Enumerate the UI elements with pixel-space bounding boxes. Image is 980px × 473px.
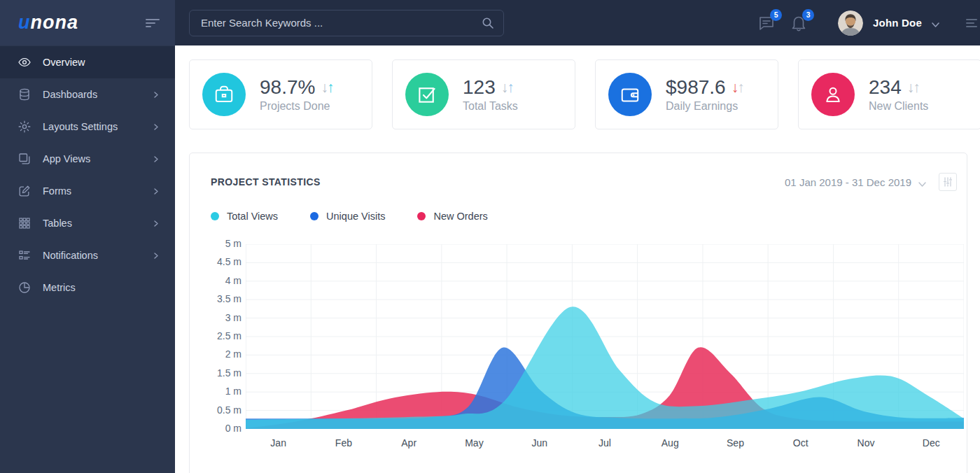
sidebar-item-label: Notifications: [43, 250, 153, 261]
stat-label: Total Tasks: [463, 100, 518, 113]
legend-dot: [310, 212, 318, 220]
chart-area: 5 m4.5 m4 m3.5 m3 m2.5 m2 m1.5 m1 m0.5 m…: [211, 244, 964, 429]
eye-icon: [18, 56, 31, 69]
gear-icon: [18, 120, 31, 133]
legend-item-unique-visits[interactable]: Unique Visits: [310, 211, 385, 222]
trend-arrows: ↓↑: [907, 79, 919, 96]
trend-up-arrow: ↑: [327, 79, 333, 95]
stat-value: 98.7%: [260, 76, 315, 99]
project-statistics-panel: PROJECT STATISTICS 01 Jan 2019 - 31 Dec …: [189, 153, 967, 473]
legend-dot: [417, 212, 426, 220]
x-axis-tick: Jan: [246, 437, 311, 449]
y-axis-tick: 3.5 m: [217, 293, 241, 304]
database-icon: [18, 88, 31, 101]
trend-down-arrow: ↓: [501, 79, 507, 95]
stat-value: $987.6: [666, 76, 726, 99]
chevron-down-icon: [932, 19, 939, 27]
user-menu[interactable]: John Doe: [838, 10, 939, 36]
stat-label: New Clients: [869, 100, 928, 113]
right-edge-menu-icon[interactable]: [966, 19, 980, 27]
y-axis-tick: 4.5 m: [217, 256, 241, 267]
sidebar-header: unona: [0, 0, 175, 45]
app-root: unona OverviewDashboardsLayouts Settings…: [0, 0, 980, 473]
x-axis-tick: Nov: [833, 437, 898, 449]
layers-icon: [18, 153, 31, 165]
y-axis-tick: 5 m: [225, 238, 241, 249]
user-name: John Doe: [873, 17, 922, 29]
date-range-selector[interactable]: 01 Jan 2019 - 31 Dec 2019: [785, 176, 926, 188]
trend-arrows: ↓↑: [501, 79, 513, 96]
chevron-right-icon: [153, 156, 160, 162]
trend-down-arrow: ↓: [732, 79, 738, 95]
chevron-right-icon: [153, 188, 160, 195]
stat-card-total-tasks: 123↓↑Total Tasks: [392, 59, 575, 129]
y-axis-tick: 1.5 m: [217, 367, 241, 379]
sidebar-item-label: Dashboards: [43, 89, 153, 100]
sidebar-item-label: Layouts Settings: [43, 121, 153, 132]
edit-icon: [18, 185, 31, 197]
chart-settings-button[interactable]: [939, 173, 957, 191]
sidebar-item-tables[interactable]: Tables: [0, 207, 175, 239]
chevron-right-icon: [153, 253, 160, 259]
stat-value: 123: [463, 76, 496, 99]
date-range-label: 01 Jan 2019 - 31 Dec 2019: [785, 176, 911, 188]
notifications-button[interactable]: 3: [790, 15, 807, 31]
y-axis-tick: 2.5 m: [217, 330, 241, 341]
chevron-down-icon: [918, 178, 926, 186]
sidebar-item-app-views[interactable]: App Views: [0, 143, 175, 175]
y-axis-tick: 0 m: [225, 423, 241, 434]
sidebar-item-label: Tables: [43, 218, 153, 229]
stat-card-projects-done: 98.7%↓↑Projects Done: [189, 59, 372, 129]
topbar-actions: 5 3 Jo: [758, 10, 980, 36]
x-axis-tick: Sep: [703, 437, 768, 449]
brand-logo-u: u: [18, 12, 31, 33]
sidebar-toggle-icon[interactable]: [146, 19, 160, 27]
briefcase-icon: [202, 73, 246, 116]
trend-arrows: ↓↑: [732, 79, 743, 96]
sidebar-item-metrics[interactable]: Metrics: [0, 271, 175, 304]
y-axis-tick: 3 m: [225, 312, 241, 323]
trend-arrows: ↓↑: [321, 79, 332, 96]
x-axis-tick: Jun: [507, 437, 572, 449]
notifications-badge: 3: [802, 9, 814, 21]
sidebar-menu: OverviewDashboardsLayouts SettingsApp Vi…: [0, 45, 175, 304]
x-axis-tick: Apr: [377, 437, 442, 449]
search-input[interactable]: [189, 10, 504, 36]
y-axis-tick: 4 m: [225, 275, 241, 286]
stat-card-new-clients: 234↓↑New Clients: [798, 59, 980, 129]
pie-icon: [18, 281, 31, 294]
user-avatar: [838, 10, 863, 36]
chart-plot: [246, 244, 964, 429]
legend-label: Total Views: [227, 211, 278, 222]
stat-value: 234: [869, 76, 902, 99]
sliders-icon: [943, 177, 953, 187]
sidebar-item-forms[interactable]: Forms: [0, 175, 175, 207]
panel-title: PROJECT STATISTICS: [211, 176, 321, 188]
y-axis-tick: 0.5 m: [217, 404, 241, 416]
sidebar-item-notifications[interactable]: Notifications: [0, 239, 175, 271]
x-axis-tick: Oct: [768, 437, 833, 449]
x-axis: JanFebAprMayJunJulAugSepOctNovDec: [246, 437, 964, 460]
sidebar-item-label: Metrics: [43, 282, 160, 293]
stat-cards-row: 98.7%↓↑Projects Done123↓↑Total Tasks$987…: [189, 59, 980, 129]
trend-up-arrow: ↑: [507, 79, 513, 95]
x-axis-tick: Aug: [638, 437, 703, 449]
search-icon[interactable]: [482, 17, 494, 29]
messages-button[interactable]: 5: [758, 15, 775, 31]
y-axis: 5 m4.5 m4 m3.5 m3 m2.5 m2 m1.5 m1 m0.5 m…: [211, 244, 246, 429]
x-axis-tick: Dec: [899, 437, 964, 449]
trend-down-arrow: ↓: [907, 79, 913, 95]
sidebar-item-overview[interactable]: Overview: [0, 46, 175, 78]
legend-item-total-views[interactable]: Total Views: [211, 211, 278, 222]
main-content: 98.7%↓↑Projects Done123↓↑Total Tasks$987…: [175, 0, 980, 473]
chart-legend: Total ViewsUnique VisitsNew Orders: [211, 211, 964, 222]
sidebar-item-dashboards[interactable]: Dashboards: [0, 78, 175, 111]
legend-item-new-orders[interactable]: New Orders: [417, 211, 487, 222]
x-axis-tick: Jul: [572, 437, 637, 449]
brand-logo[interactable]: unona: [18, 12, 78, 34]
panel-tools: 01 Jan 2019 - 31 Dec 2019: [785, 173, 957, 191]
chevron-right-icon: [153, 124, 160, 130]
sidebar-item-layouts-settings[interactable]: Layouts Settings: [0, 111, 175, 143]
panel-header: PROJECT STATISTICS 01 Jan 2019 - 31 Dec …: [211, 173, 957, 191]
trend-up-arrow: ↑: [913, 79, 919, 95]
